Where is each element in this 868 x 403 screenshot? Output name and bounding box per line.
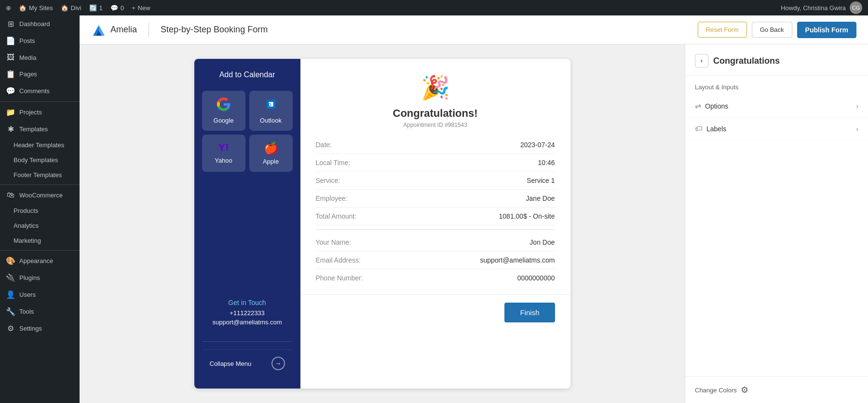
go-back-button[interactable]: Go Back: [752, 22, 792, 38]
congrats-header: 🎉 Congratulations! Appointment ID #98154…: [300, 59, 570, 136]
site-name[interactable]: 🏠 Divi: [61, 4, 81, 12]
apple-calendar-button[interactable]: 🍎 Apple: [249, 135, 293, 172]
add-to-calendar-title: Add to Calendar: [219, 70, 275, 79]
sidebar-item-label: Appearance: [19, 257, 53, 264]
collapse-menu-button[interactable]: Collapse Menu →: [202, 349, 293, 377]
comments-icon: 💬: [110, 4, 118, 12]
comments-count: 0: [121, 4, 124, 12]
outlook-icon: O: [264, 97, 278, 114]
contact-email: support@ameliatms.com: [213, 319, 282, 326]
sidebar-item-media[interactable]: 🖼 Media: [0, 49, 80, 66]
outlook-label: Outlook: [260, 117, 282, 124]
templates-icon: ✱: [6, 125, 15, 134]
new-menu[interactable]: + New: [132, 4, 150, 12]
comments-menu[interactable]: 💬 0: [110, 4, 124, 12]
pages-icon: 📋: [6, 69, 15, 79]
main-content: Amelia Step-by-Step Booking Form Reset F…: [80, 15, 868, 403]
sidebar-item-users[interactable]: 👤 Users: [0, 286, 80, 303]
labels-chevron-icon: ›: [856, 125, 858, 133]
sidebar-item-dashboard[interactable]: ⊞ Dashboard: [0, 15, 80, 32]
google-calendar-button[interactable]: Google: [202, 91, 245, 131]
sidebar-item-header-templates[interactable]: Header Templates: [0, 138, 80, 153]
sidebar-item-footer-templates[interactable]: Footer Templates: [0, 167, 80, 182]
header-divider: [149, 23, 149, 37]
sidebar-item-templates[interactable]: ✱ Templates: [0, 121, 80, 138]
options-row[interactable]: ⇌ Options ›: [685, 95, 868, 118]
howdy-text: Howdy, Christina Gwira: [781, 4, 846, 12]
apple-icon: 🍎: [264, 141, 278, 155]
sidebar-item-products[interactable]: Products: [0, 203, 80, 218]
labels-row[interactable]: 🏷 Labels ›: [685, 118, 868, 140]
panel-back-button[interactable]: ‹: [695, 54, 708, 68]
page-title: Step-by-Step Booking Form: [161, 25, 268, 35]
sidebar-item-comments[interactable]: 💬 Comments: [0, 83, 80, 99]
admin-bar: ⊕ 🏠 My Sites 🏠 Divi 🔄 1 💬 0 + New Howdy,…: [0, 0, 868, 15]
sidebar-item-woocommerce[interactable]: 🛍 WooCommerce: [0, 187, 80, 203]
publish-form-button[interactable]: Publish Form: [797, 22, 856, 38]
avatar[interactable]: CG: [850, 1, 862, 14]
change-colors-bar[interactable]: Change Colors ⚙: [685, 376, 868, 403]
sidebar-item-label: Settings: [19, 325, 42, 332]
right-panel-header: ‹ Congratulations: [685, 44, 868, 76]
your-name-value: Jon Doe: [529, 238, 555, 246]
collapse-arrow-icon: →: [271, 357, 285, 370]
local-time-label: Local Time:: [316, 159, 351, 167]
sidebar-item-label: Analytics: [14, 222, 39, 229]
my-sites-menu[interactable]: 🏠 My Sites: [19, 4, 53, 12]
confetti-icon: 🎉: [316, 74, 555, 101]
options-chevron-icon: ›: [856, 102, 858, 110]
detail-row: Total Amount: 1081.00$ - On-site: [316, 208, 555, 225]
settings-icon: ⚙: [6, 324, 15, 333]
date-label: Date:: [316, 141, 332, 149]
sidebar-item-posts[interactable]: 📄 Posts: [0, 32, 80, 49]
sidebar-item-label: Dashboard: [19, 20, 50, 28]
detail-row: Phone Number: 0000000000: [316, 269, 555, 287]
sidebar-item-label: Pages: [19, 70, 37, 78]
updates-menu[interactable]: 🔄 1: [89, 4, 103, 12]
new-icon: +: [132, 4, 136, 12]
sidebar-item-marketing[interactable]: Marketing: [0, 233, 80, 248]
finish-button[interactable]: Finish: [504, 303, 555, 322]
collapse-label: Collapse Menu: [210, 360, 252, 367]
sidebar-item-label: Comments: [19, 87, 50, 95]
apple-label: Apple: [263, 158, 279, 165]
sidebar-item-projects[interactable]: 📁 Projects: [0, 104, 80, 121]
labels-label: Labels: [706, 125, 726, 133]
appointment-id: Appointment ID #981543: [316, 122, 555, 128]
detail-row: Email Address: support@ameliatms.com: [316, 251, 555, 269]
settings-gear-icon: ⚙: [741, 385, 748, 395]
sidebar-item-tools[interactable]: 🔧 Tools: [0, 303, 80, 320]
sidebar-item-label: Posts: [19, 37, 35, 44]
yahoo-icon: Y!: [218, 141, 229, 154]
labels-icon: 🏷: [695, 125, 703, 133]
yahoo-calendar-button[interactable]: Y! Yahoo: [202, 135, 245, 172]
site-icon: 🏠: [61, 4, 68, 12]
contact-phone: +111222333: [213, 309, 282, 317]
options-icon: ⇌: [695, 101, 701, 111]
sidebar-item-label: Plugins: [19, 274, 40, 281]
sidebar-item-plugins[interactable]: 🔌 Plugins: [0, 269, 80, 286]
header-bar: Amelia Step-by-Step Booking Form Reset F…: [80, 15, 868, 44]
reset-form-button[interactable]: Reset Form: [698, 22, 747, 38]
sidebar-item-label: Media: [19, 54, 36, 61]
sidebar-item-pages[interactable]: 📋 Pages: [0, 66, 80, 83]
calendar-options: Google O: [202, 91, 293, 172]
woocommerce-icon: 🛍: [6, 191, 15, 199]
sidebar-item-appearance[interactable]: 🎨 Appearance: [0, 252, 80, 269]
sidebar-item-label: Header Templates: [14, 141, 64, 149]
updates-icon: 🔄: [89, 4, 97, 12]
outlook-calendar-button[interactable]: O Outlook: [249, 91, 293, 131]
site-name-label: Divi: [71, 4, 81, 12]
updates-count: 1: [99, 4, 103, 12]
wp-logo[interactable]: ⊕: [6, 4, 11, 12]
sidebar-item-settings[interactable]: ⚙ Settings: [0, 320, 80, 337]
detail-row: Local Time: 10:46: [316, 154, 555, 172]
amelia-logo-icon: [91, 22, 107, 38]
sidebar-item-label: Marketing: [14, 237, 41, 244]
sidebar-item-analytics[interactable]: Analytics: [0, 218, 80, 233]
sidebar-item-body-templates[interactable]: Body Templates: [0, 153, 80, 167]
detail-row: Employee: Jane Doe: [316, 190, 555, 208]
date-value: 2023-07-24: [520, 141, 555, 149]
admin-bar-right: Howdy, Christina Gwira CG: [781, 1, 862, 14]
form-card: Add to Calendar: [194, 59, 570, 389]
